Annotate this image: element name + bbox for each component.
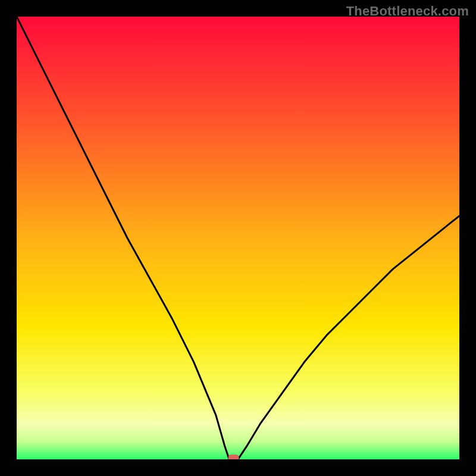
plot-area xyxy=(17,17,459,459)
chart-frame: TheBottleneck.com xyxy=(0,0,476,476)
gradient-background xyxy=(17,17,459,459)
chart-svg xyxy=(17,17,459,459)
watermark-text: TheBottleneck.com xyxy=(346,4,469,19)
optimal-marker xyxy=(228,455,239,459)
